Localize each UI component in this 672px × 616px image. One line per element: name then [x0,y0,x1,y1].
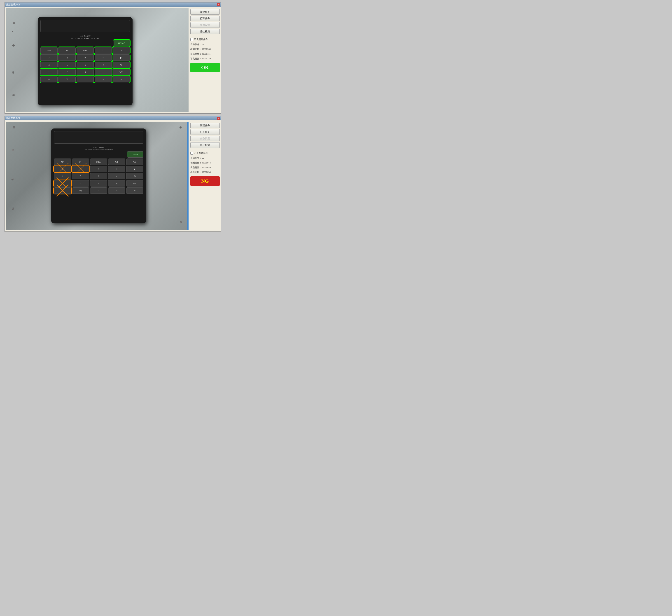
btn-7-1: 7 [40,54,58,61]
stats-current-task-2: 当前任务：xx [190,156,220,160]
btn-ce-2: CE [126,159,143,165]
window-1: 键盘在线AOI ✕ deli DL-83712Z-DIGITS DUAL POW… [5,2,221,114]
screw-7 [180,126,182,128]
calc-display-2 [54,131,143,144]
stats-good-2: 良品总数：00000010 [190,166,220,169]
camera-view-2: deli DL-83712Z-DIGITS DUAL POWER CALCULA… [6,122,189,230]
window-body-1: deli DL-83712Z-DIGITS DUAL POWER CALCULA… [5,7,221,113]
stats-total-detect-2: 检测总数：00000044 [190,161,220,165]
checkbox-row-2: 不良图片保存 [190,151,220,155]
btn-8-1: 8 [58,54,76,61]
btn-mrc-1: MRC [77,47,94,54]
calc-brand-1: deli DL-83712Z-DIGITS DUAL POWER CALCULA… [40,34,130,40]
calc-brand-2: deli DL-83712Z-DIGITS DUAL POWER CALCULA… [54,145,143,151]
stop-detect-btn-1[interactable]: 停止检测 [190,29,220,34]
title-text-2: 键盘在线AOI [6,117,20,120]
right-panel-2: 新建任务 打开任务 参数设置 停止检测 不良图片保存 当前任务：xx 检测总数：… [190,122,220,230]
btn-9-1: 9 [77,54,94,61]
stats-good-1: 良品总数：00000111 [190,52,220,56]
btn-7-2: 7 [54,166,71,172]
btn-8-2: 8 [72,166,89,172]
title-bar-1: 键盘在线AOI ✕ [5,2,221,7]
close-button-2[interactable]: ✕ [217,117,220,120]
btn-gt-2: GT [108,159,125,165]
btn-3-2: 3 [90,180,107,187]
close-button-1[interactable]: ✕ [217,3,220,6]
save-bad-checkbox-1[interactable] [190,38,193,41]
save-bad-label-2: 不良图片保存 [194,152,208,155]
btn-eq-2: = [126,187,143,194]
calc-display-1 [40,20,130,32]
btn-sub-2: − [108,180,125,187]
param-settings-btn-1[interactable]: 参数设置 [190,22,220,28]
btn-bs-2: ▶ [126,166,143,172]
screw-1 [13,22,15,24]
btn-00-2: 00 [72,187,89,194]
btn-0-1: 0 [40,76,58,82]
right-panel-1: 新建任务 打开任务 参数设置 停止检测 不良图片保存 当前任务：xx 检测总数：… [190,8,220,112]
screw-8 [12,149,14,151]
save-bad-label-1: 不良图片保存 [194,38,208,41]
btn-gt-1: GT [95,47,112,54]
btn-pct-1: % [113,62,130,68]
window-body-2: deli DL-83712Z-DIGITS DUAL POWER CALCULA… [5,120,221,231]
save-bad-checkbox-2[interactable] [190,152,193,155]
btn-pct-2: % [126,173,143,179]
btn-mrc-2: MRC [90,159,107,165]
btn-4-1: 4 [40,62,58,68]
title-bar-2: 键盘在线AOI ✕ [5,116,221,120]
btn-eq-1: = [113,76,130,82]
btn-bs-1: ▶ [113,54,130,61]
btn-div-1: ÷ [95,54,112,61]
btn-9-2: 9 [90,166,107,172]
btn-00-1: 00 [58,76,76,82]
stats-total-detect-1: 检测总数：00000260 [190,47,220,51]
btn-2-2: 2 [72,180,89,187]
window-2: 键盘在线AOI ✕ deli DL-83712Z-DIGITS DUAL POW… [5,116,221,232]
camera-view-1: deli DL-83712Z-DIGITS DUAL POWER CALCULA… [6,8,189,112]
btn-add-2: + [108,187,125,194]
btn-1-2: 1 [54,180,71,187]
btn-1-1: 1 [40,69,58,75]
screw-4 [12,94,15,96]
stats-current-task-1: 当前任务：xx [190,42,220,46]
btn-dot-2: · [90,187,107,194]
btn-mplus-1: M+ [40,47,58,54]
btn-mul-2: × [108,173,125,179]
param-settings-btn-2[interactable]: 参数设置 [190,136,220,141]
calculator-2: deli DL-83712Z-DIGITS DUAL POWER CALCULA… [51,128,146,223]
btn-0-2: 0 [54,187,71,194]
btn-6-2: 6 [90,173,107,179]
stats-bad-2: 不良总数：00000034 [190,170,220,174]
btn-mplus-2: M+ [54,159,71,165]
result-badge-ng: NG [190,176,220,186]
new-task-btn-1[interactable]: 新建任务 [190,9,220,15]
btn-onac-1: ON/AC [114,40,130,46]
btn-5-1: 5 [58,62,76,68]
calculator-1: deli DL-83712Z-DIGITS DUAL POWER CALCULA… [38,17,133,105]
btn-mu-2: MU [126,180,143,187]
screw-9 [12,178,14,180]
btn-mul-1: × [95,62,112,68]
checkbox-row-1: 不良图片保存 [190,37,220,42]
divider-2 [190,149,220,150]
new-task-btn-2[interactable]: 新建任务 [190,123,220,128]
result-badge-ok: OK [190,63,220,72]
title-text-1: 键盘在线AOI [6,3,20,6]
screw-11 [180,221,182,223]
btn-5-2: 5 [72,173,89,179]
open-task-btn-2[interactable]: 打开任务 [190,129,220,135]
scroll-indicator-2 [187,122,189,230]
divider-1 [190,35,220,37]
open-task-btn-1[interactable]: 打开任务 [190,16,220,21]
btn-sub-1: − [95,69,112,75]
btn-ce-1: CE [113,47,130,54]
screw-5 [12,31,13,32]
btn-mminus-1: M- [58,47,76,54]
screw-3 [12,71,14,74]
btn-mu-1: MU [113,69,130,75]
stop-detect-btn-2[interactable]: 停止检测 [190,142,220,148]
screw-6 [13,126,15,128]
btn-add-1: + [95,76,112,82]
btn-div-2: ÷ [108,166,125,172]
